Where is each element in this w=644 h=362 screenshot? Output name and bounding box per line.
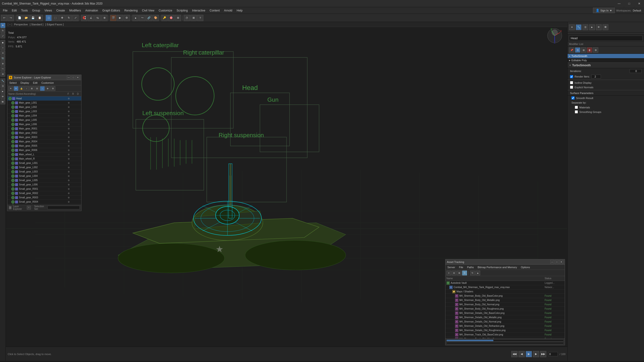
hierarchy-tab-button[interactable]: ☰ — [582, 24, 588, 30]
angle-snap[interactable]: ∡ — [88, 15, 94, 21]
se-row-18[interactable]: Small_gear_L004 ⚙ — [8, 174, 81, 178]
se-sync-selection[interactable]: ⟳ — [14, 86, 18, 91]
display-panel[interactable]: 👁 — [0, 94, 5, 99]
render-iters-input[interactable] — [591, 75, 601, 78]
show-end-result-button[interactable]: ☰ — [575, 47, 580, 53]
pin-stack-button[interactable]: 📌 — [569, 47, 574, 53]
save-button[interactable]: 💾 — [30, 15, 36, 21]
smoothing-groups-checkbox[interactable] — [575, 110, 578, 113]
se-row-5[interactable]: Main_gear_L005 ⚙ — [8, 118, 81, 122]
se-menu-edit[interactable]: Edit — [31, 81, 40, 85]
remove-modifier-button[interactable]: 🗑 — [587, 47, 592, 53]
create-geometry[interactable]: ◆ — [0, 40, 5, 45]
viewport-edged-faces[interactable]: [ Edged Faces ] — [45, 23, 64, 26]
at-minimize-button[interactable]: — — [550, 260, 554, 264]
maximize-button[interactable]: □ — [624, 0, 634, 7]
se-row-16[interactable]: Small_gear_L002 ⚙ — [8, 165, 81, 170]
viewport-perspective[interactable]: Perspective — [14, 23, 28, 26]
at-close-button[interactable]: ✕ — [560, 260, 563, 264]
set-key[interactable]: 🎯 — [168, 15, 174, 21]
play-animation[interactable]: ◀◀ — [511, 351, 518, 357]
se-row-3[interactable]: Main_gear_L003 ⚙ — [8, 109, 81, 114]
se-row-12[interactable]: Main_gear_R006 ⚙ — [8, 148, 81, 152]
menu-file[interactable]: File — [1, 8, 9, 13]
menu-views[interactable]: Views — [42, 8, 54, 13]
auto-key[interactable]: 🔑 — [162, 15, 168, 21]
menu-tools[interactable]: Tools — [19, 8, 30, 13]
se-menu-customize[interactable]: Customize — [40, 81, 56, 85]
explicit-normals-checkbox[interactable] — [570, 86, 573, 89]
make-unique-button[interactable]: ⊞ — [581, 47, 586, 53]
curve-editor[interactable]: 〜 — [139, 15, 145, 21]
se-menu-display[interactable]: Display — [19, 81, 31, 85]
se-row-14[interactable]: Main_wheel_R ⚙ — [8, 157, 81, 161]
se-sort-button[interactable]: ↑ — [40, 86, 45, 91]
motion-panel[interactable]: ► — [0, 89, 5, 94]
se-row-24[interactable]: Small_gear_R004 ⚙ — [8, 200, 81, 204]
modify-tab-button[interactable]: 🔧 — [576, 24, 582, 30]
at-row-tex9[interactable]: T M4_Sherman_Details_Old_Roughness.png F… — [446, 328, 565, 333]
se-minimize-button[interactable]: — — [67, 76, 71, 79]
surface-params-header[interactable]: Surface Parameters — [568, 91, 644, 96]
render-iters-checkbox[interactable] — [570, 75, 573, 78]
se-row-9[interactable]: Main_gear_R003 ⚙ — [8, 135, 81, 139]
hierarchy-panel[interactable]: ☰ — [0, 84, 5, 88]
se-row-20[interactable]: Small_gear_L006 ⚙ — [8, 183, 81, 187]
isoline-checkbox[interactable] — [570, 81, 573, 84]
menu-interactive[interactable]: Interactive — [190, 8, 207, 13]
menu-animation[interactable]: Animation — [83, 8, 100, 13]
materials-checkbox[interactable] — [575, 106, 578, 109]
modify-panel[interactable]: 🔧 — [0, 78, 5, 83]
se-row-8[interactable]: Main_gear_R002 ⚙ — [8, 131, 81, 135]
open-button[interactable]: 📂 — [23, 15, 30, 21]
key-filter[interactable]: ⊞ — [175, 15, 181, 21]
menu-group[interactable]: Group — [30, 8, 42, 13]
create-shapes[interactable]: ✧ — [0, 45, 5, 50]
utilities-tab-button[interactable]: 🛠 — [602, 24, 608, 30]
menu-create[interactable]: Create — [54, 8, 67, 13]
menu-content[interactable]: Content — [208, 8, 222, 13]
prev-frame[interactable]: ◀ — [518, 351, 525, 357]
smooth-result-checkbox[interactable] — [572, 96, 574, 99]
scene-explorer-list[interactable]: Head ⚙ Main_gear_L001 ⚙ Main_gear_L002 ⚙ — [8, 96, 81, 205]
at-row-tex6[interactable]: T M4_Sherman_Details_Old_Metallic.png Fo… — [446, 315, 565, 320]
at-row-tex3[interactable]: T M4_Sherman_Body_Old_Normal.png Found — [446, 303, 565, 307]
render-settings[interactable]: ⚙ — [124, 15, 130, 21]
at-menu-bitmap-perf[interactable]: Bitmap Performance and Memory — [476, 265, 519, 269]
object-name-input[interactable] — [569, 36, 642, 41]
at-row-tex5[interactable]: T M4_Sherman_Details_Old_BaseColor.png F… — [446, 311, 565, 315]
se-restore-button[interactable]: □ — [71, 76, 75, 79]
se-expand-button[interactable]: ⊞ — [30, 86, 34, 91]
se-row-23[interactable]: Small_gear_R003 ⚙ — [8, 195, 81, 200]
at-row-maps[interactable]: 📁 Maps / Shaders — [446, 290, 565, 294]
redo-button[interactable]: ↪ — [8, 15, 14, 21]
rotate-tool[interactable]: ↻ — [66, 15, 72, 21]
at-refresh-button[interactable]: ↻ — [470, 271, 475, 275]
at-row-tex8[interactable]: T M4_Sherman_Details_Old_Refraction.png … — [446, 324, 565, 328]
se-row-1[interactable]: Main_gear_L001 ⚙ — [8, 101, 81, 105]
select-and-rotate[interactable]: ↻ — [0, 28, 5, 33]
at-list-view[interactable]: ≡ — [446, 271, 451, 275]
quick-render[interactable]: ▶ — [117, 15, 123, 21]
move-tool[interactable]: ✥ — [59, 15, 65, 21]
se-row-7[interactable]: Main_gear_R001 ⚙ — [8, 127, 81, 131]
iterations-input[interactable] — [630, 69, 642, 73]
menu-edit[interactable]: Edit — [10, 8, 19, 13]
at-row-tex4[interactable]: T M4_Sherman_Body_Old_Roughness.png Foun… — [446, 307, 565, 311]
at-thumbnail-view[interactable]: ⊞ — [457, 271, 462, 275]
create-helpers[interactable]: ⊕ — [0, 61, 5, 66]
viewport-background[interactable]: ⊠ — [190, 15, 196, 21]
create-cameras[interactable]: 📷 — [0, 56, 5, 61]
spinner-snap[interactable]: ⊕ — [101, 15, 108, 21]
configure-modifier-sets-button[interactable]: ⚙ — [593, 47, 598, 53]
utilities-panel[interactable]: 🛠 — [0, 99, 5, 104]
at-restore-button[interactable]: □ — [555, 260, 559, 264]
se-row-13[interactable]: Main_wheel_L ⚙ — [8, 152, 81, 157]
at-menu-options[interactable]: Options — [519, 265, 532, 269]
at-row-vault[interactable]: V Autodesk Vault Logged... — [446, 281, 565, 285]
se-lock-button[interactable]: 🔒 — [19, 86, 24, 91]
select-and-move[interactable]: ✥ — [0, 23, 5, 28]
play-button[interactable]: ▶ — [526, 351, 532, 357]
new-button[interactable]: 📄 — [16, 15, 23, 21]
create-systems[interactable]: ⚙ — [0, 72, 5, 76]
